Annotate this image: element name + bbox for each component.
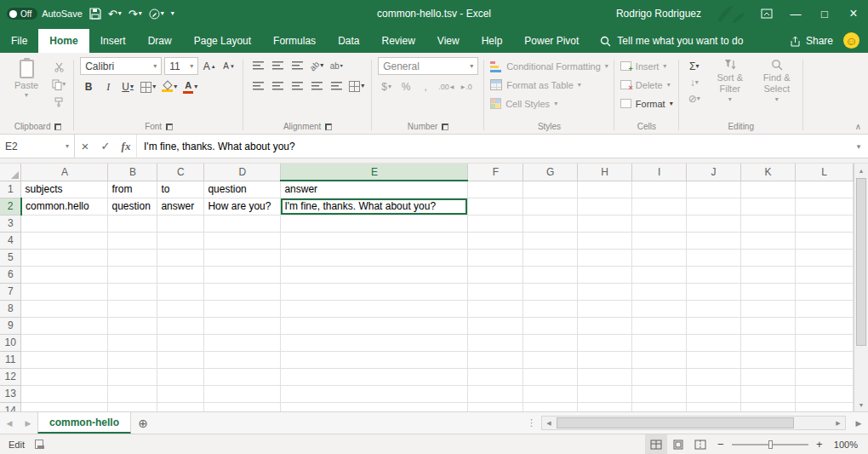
cell-L14[interactable] xyxy=(795,402,853,411)
sheet-tab-common-hello[interactable]: common-hello xyxy=(37,412,131,434)
cell-D11[interactable] xyxy=(204,351,281,368)
cell-K13[interactable] xyxy=(741,385,796,402)
scroll-up-button[interactable]: ▲ xyxy=(854,164,868,177)
cell-H10[interactable] xyxy=(578,334,632,351)
cell-H3[interactable] xyxy=(578,215,632,232)
macro-record-button[interactable] xyxy=(35,440,46,449)
cell-G11[interactable] xyxy=(523,351,578,368)
cell-A14[interactable] xyxy=(21,402,108,411)
cell-H14[interactable] xyxy=(578,402,632,411)
cell-E12[interactable] xyxy=(281,368,468,385)
cell-K9[interactable] xyxy=(741,317,796,334)
cell-A8[interactable] xyxy=(21,300,108,317)
increase-indent-button[interactable] xyxy=(328,78,345,95)
cell-J11[interactable] xyxy=(687,351,741,368)
cell-H6[interactable] xyxy=(578,266,632,283)
cell-L7[interactable] xyxy=(795,283,853,300)
page-break-preview-button[interactable] xyxy=(689,434,711,454)
cell-I1[interactable] xyxy=(632,181,687,198)
cell-G1[interactable] xyxy=(523,181,578,198)
cell-J6[interactable] xyxy=(687,266,741,283)
cell-E1[interactable]: answer xyxy=(281,181,468,198)
decrease-decimal-button[interactable]: ▶.0 xyxy=(458,78,475,95)
conditional-formatting-button[interactable]: Conditional Formatting▾ xyxy=(490,57,608,75)
row-header-9[interactable]: 9 xyxy=(0,317,21,334)
cell-A13[interactable] xyxy=(21,385,108,402)
previous-sheet-button[interactable]: ◀ xyxy=(0,412,19,434)
cell-L2[interactable] xyxy=(795,198,853,215)
borders-button[interactable]: ▾ xyxy=(139,78,157,95)
cell-L10[interactable] xyxy=(795,334,853,351)
horizontal-scrollbar[interactable]: ◀ ▶ xyxy=(541,416,846,430)
cell-I3[interactable] xyxy=(632,215,687,232)
cell-L12[interactable] xyxy=(795,368,853,385)
cell-J3[interactable] xyxy=(687,215,741,232)
redo-button[interactable]: ↷▾ xyxy=(128,8,142,20)
cell-C10[interactable] xyxy=(157,334,204,351)
cell-L6[interactable] xyxy=(795,266,853,283)
cell-G4[interactable] xyxy=(523,232,578,249)
vertical-scroll-track[interactable] xyxy=(854,177,868,398)
cell-J10[interactable] xyxy=(687,334,741,351)
cell-J1[interactable] xyxy=(687,181,741,198)
grow-font-button[interactable]: A▲ xyxy=(201,58,218,75)
cell-H5[interactable] xyxy=(578,249,632,266)
font-dialog-launcher[interactable] xyxy=(166,124,173,130)
cell-F14[interactable] xyxy=(468,402,523,411)
cell-G14[interactable] xyxy=(523,402,578,411)
find-select-button[interactable]: Find & Select ▾ xyxy=(757,57,797,105)
cell-D8[interactable] xyxy=(204,300,281,317)
cell-K12[interactable] xyxy=(741,368,796,385)
cell-F9[interactable] xyxy=(468,317,523,334)
row-header-12[interactable]: 12 xyxy=(0,368,21,385)
zoom-level[interactable]: 100% xyxy=(829,440,868,450)
zoom-slider-handle[interactable] xyxy=(768,440,773,449)
cell-A3[interactable] xyxy=(21,215,108,232)
cell-G3[interactable] xyxy=(523,215,578,232)
user-name[interactable]: Rodrigo Rodriguez xyxy=(616,8,701,20)
cell-C1[interactable]: to xyxy=(157,181,204,198)
horizontal-split-handle[interactable]: ▶ xyxy=(849,419,868,428)
alignment-dialog-launcher[interactable] xyxy=(325,124,332,130)
tab-review[interactable]: Review xyxy=(370,29,425,53)
cell-J8[interactable] xyxy=(687,300,741,317)
cell-K7[interactable] xyxy=(741,283,796,300)
cell-F12[interactable] xyxy=(468,368,523,385)
cell-E6[interactable] xyxy=(281,266,468,283)
fill-color-button[interactable]: ▾ xyxy=(160,78,179,95)
column-header-G[interactable]: G xyxy=(523,164,578,181)
cell-D1[interactable]: question xyxy=(204,181,281,198)
cell-A1[interactable]: subjects xyxy=(21,181,108,198)
cell-I8[interactable] xyxy=(632,300,687,317)
minimize-button[interactable]: — xyxy=(781,0,810,27)
column-header-F[interactable]: F xyxy=(468,164,523,181)
touch-mode-button[interactable]: ▾ xyxy=(149,9,164,20)
cell-D2[interactable]: How are you? xyxy=(204,198,281,215)
cell-I7[interactable] xyxy=(632,283,687,300)
maximize-button[interactable]: □ xyxy=(810,0,839,27)
insert-cells-button[interactable]: +Insert▾ xyxy=(620,57,673,75)
horizontal-scroll-thumb[interactable] xyxy=(557,417,794,428)
cell-I4[interactable] xyxy=(632,232,687,249)
autosum-button[interactable]: Σ▾ xyxy=(685,59,704,74)
cell-K5[interactable] xyxy=(741,249,796,266)
row-header-2[interactable]: 2 xyxy=(0,198,21,215)
cell-L5[interactable] xyxy=(795,249,853,266)
align-center-button[interactable] xyxy=(269,78,286,95)
close-button[interactable]: × xyxy=(839,0,868,27)
cell-D7[interactable] xyxy=(204,283,281,300)
name-box[interactable]: E2▾ xyxy=(0,135,75,158)
bottom-align-button[interactable] xyxy=(288,57,306,74)
cell-L8[interactable] xyxy=(795,300,853,317)
cell-H12[interactable] xyxy=(578,368,632,385)
cell-C11[interactable] xyxy=(157,351,204,368)
cell-E11[interactable] xyxy=(281,351,468,368)
vertical-scroll-thumb[interactable] xyxy=(856,178,866,346)
cell-K2[interactable] xyxy=(741,198,796,215)
cell-L3[interactable] xyxy=(795,215,853,232)
top-align-button[interactable] xyxy=(249,57,266,74)
row-header-7[interactable]: 7 xyxy=(0,283,21,300)
cell-E3[interactable] xyxy=(281,215,468,232)
cell-G6[interactable] xyxy=(523,266,578,283)
cell-B4[interactable] xyxy=(108,232,157,249)
